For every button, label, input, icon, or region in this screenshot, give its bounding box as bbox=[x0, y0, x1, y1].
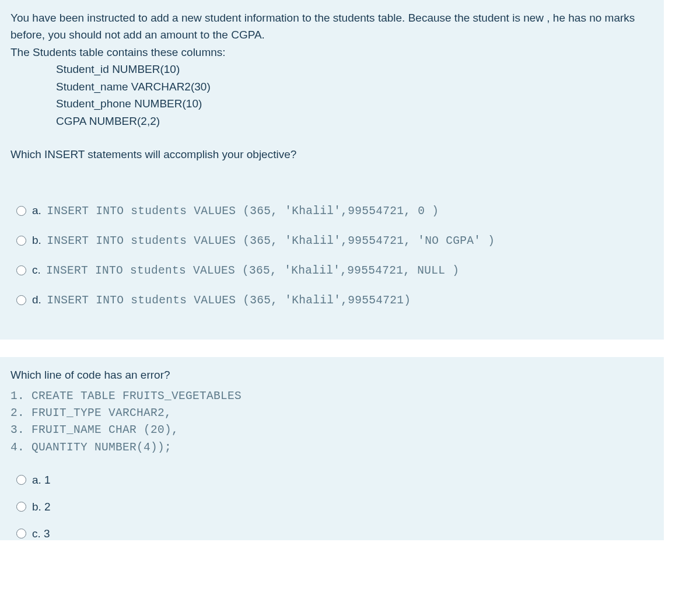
radio-icon[interactable] bbox=[16, 236, 26, 246]
stem-line: You have been instructed to add a new st… bbox=[10, 9, 653, 44]
option-c[interactable]: c. 3 bbox=[16, 527, 653, 540]
question-1-stem: You have been instructed to add a new st… bbox=[10, 9, 653, 163]
column-def: CGPA NUMBER(2,2) bbox=[10, 113, 653, 130]
option-label: b. INSERT INTO students VALUES (365, 'Kh… bbox=[32, 234, 495, 247]
option-label: a. INSERT INTO students VALUES (365, 'Kh… bbox=[32, 204, 439, 218]
question-2-stem: Which line of code has an error? bbox=[10, 366, 653, 383]
option-prefix: c. bbox=[32, 264, 44, 276]
question-2-options: a. 1 b. 2 c. 3 bbox=[10, 474, 653, 540]
code-line: 1. CREATE TABLE FRUITS_VEGETABLES bbox=[10, 388, 653, 405]
option-b[interactable]: b. INSERT INTO students VALUES (365, 'Kh… bbox=[16, 234, 653, 247]
option-c[interactable]: c. INSERT INTO students VALUES (365, 'Kh… bbox=[16, 264, 653, 277]
option-b[interactable]: b. 2 bbox=[16, 501, 653, 513]
option-d[interactable]: d. INSERT INTO students VALUES (365, 'Kh… bbox=[16, 293, 653, 307]
option-code: INSERT INTO students VALUES (365, 'Khali… bbox=[47, 205, 439, 218]
option-prefix: a. bbox=[32, 204, 44, 216]
option-label: c. 3 bbox=[32, 527, 50, 540]
option-prefix: d. bbox=[32, 293, 44, 306]
column-def: Student_id NUMBER(10) bbox=[10, 61, 653, 78]
option-label: d. INSERT INTO students VALUES (365, 'Kh… bbox=[32, 293, 411, 307]
option-code: INSERT INTO students VALUES (365, 'Khali… bbox=[47, 294, 411, 307]
option-code: INSERT INTO students VALUES (365, 'Khali… bbox=[46, 264, 459, 277]
question-1-options: a. INSERT INTO students VALUES (365, 'Kh… bbox=[10, 204, 653, 307]
column-def: Student_name VARCHAR2(30) bbox=[10, 78, 653, 95]
radio-icon[interactable] bbox=[16, 206, 26, 216]
column-def: Student_phone NUMBER(10) bbox=[10, 95, 653, 112]
option-a[interactable]: a. INSERT INTO students VALUES (365, 'Kh… bbox=[16, 204, 653, 218]
option-prefix: b. bbox=[32, 234, 44, 246]
radio-icon[interactable] bbox=[16, 265, 26, 275]
option-label: a. 1 bbox=[32, 474, 51, 487]
option-a[interactable]: a. 1 bbox=[16, 474, 653, 487]
code-line: 3. FRUIT_NAME CHAR (20), bbox=[10, 422, 653, 439]
radio-icon[interactable] bbox=[16, 295, 26, 305]
code-line: 4. QUANTITY NUMBER(4)); bbox=[10, 439, 653, 456]
radio-icon[interactable] bbox=[16, 502, 26, 512]
option-label: b. 2 bbox=[32, 501, 51, 513]
code-block: 1. CREATE TABLE FRUITS_VEGETABLES 2. FRU… bbox=[10, 388, 653, 456]
option-code: INSERT INTO students VALUES (365, 'Khali… bbox=[47, 235, 495, 247]
option-label: c. INSERT INTO students VALUES (365, 'Kh… bbox=[32, 264, 459, 277]
question-1: You have been instructed to add a new st… bbox=[0, 0, 700, 340]
radio-icon[interactable] bbox=[16, 529, 26, 538]
question-1-prompt: Which INSERT statements will accomplish … bbox=[10, 146, 653, 163]
stem-line: The Students table contains these column… bbox=[10, 44, 653, 61]
question-2-prompt: Which line of code has an error? bbox=[10, 366, 653, 383]
code-line: 2. FRUIT_TYPE VARCHAR2, bbox=[10, 405, 653, 422]
question-2: Which line of code has an error? 1. CREA… bbox=[0, 357, 700, 540]
radio-icon[interactable] bbox=[16, 475, 26, 485]
